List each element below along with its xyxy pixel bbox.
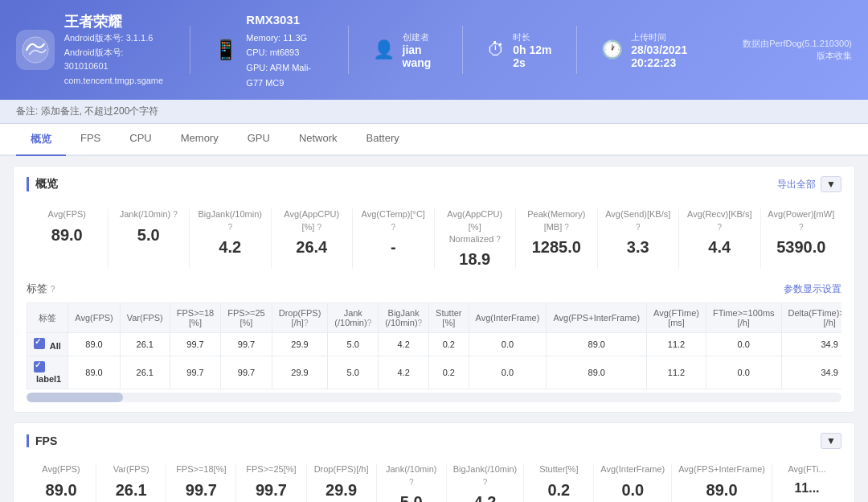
- nav-tabs: 概览 FPS CPU Memory GPU Network Battery: [0, 124, 868, 156]
- stat-avg-recv: Avg(Recv)[KB/s] ? 4.4: [679, 208, 761, 269]
- stat-appcpu: Avg(AppCPU)[%] ? 26.4: [272, 208, 354, 269]
- upload-icon: 🕐: [601, 39, 623, 60]
- fps-drop-fps: Drop(FPS)[/h] 29.9: [307, 463, 377, 502]
- all-drop-fps: 29.9: [272, 333, 328, 356]
- upload-info: 上传时间 28/03/2021 20:22:23: [631, 31, 710, 69]
- divider-3: [462, 26, 463, 74]
- fps-jank: Jank(/10min) ? 5.0: [377, 463, 447, 502]
- checkbox-all[interactable]: [34, 338, 45, 349]
- app-icon: [16, 30, 55, 70]
- l1-bigjank: 4.2: [379, 356, 429, 389]
- fps-var-fps: Var(FPS) 26.1: [96, 463, 166, 502]
- row-all-label: All: [27, 333, 68, 356]
- app-info: 王者荣耀 Android版本号: 3.1.1.6 Android版本号: 301…: [16, 12, 166, 88]
- stat-normalized-cpu: Avg(AppCPU)[%]Normalized ? 18.9: [435, 208, 517, 269]
- all-bigjank: 4.2: [379, 333, 429, 356]
- tab-gpu[interactable]: GPU: [233, 124, 285, 156]
- all-ftime100: 0.0: [706, 333, 781, 356]
- th-fps-18: FPS>=18[%]: [170, 303, 220, 333]
- tag-table: 标签 Avg(FPS) Var(FPS) FPS>=18[%] FPS>=25[…: [27, 302, 841, 389]
- th-avg-fps: Avg(FPS): [68, 303, 120, 333]
- th-stutter: Stutter[%]: [429, 303, 469, 333]
- tab-network[interactable]: Network: [285, 124, 352, 156]
- tag-title: 标签 ?: [27, 282, 55, 296]
- all-ftime: 11.2: [647, 333, 706, 356]
- app-name: 王者荣耀: [64, 12, 166, 31]
- tab-memory[interactable]: Memory: [166, 124, 233, 156]
- th-delta-ftime: Delta(FTime)>100ms[/h]: [781, 303, 841, 333]
- all-interframe: 0.0: [469, 333, 547, 356]
- l1-fps18: 99.7: [170, 356, 220, 389]
- stat-ctemp: Avg(CTemp)[°C] ? -: [353, 208, 435, 269]
- header: 王者荣耀 Android版本号: 3.1.1.6 Android版本号: 301…: [0, 0, 868, 100]
- fps-bigjank: BigJank(/10min) ? 4.2: [447, 463, 524, 502]
- device-info: 📱 RMX3031 Memory: 11.3G CPU: mt6893 GPU:…: [214, 10, 323, 90]
- all-avg-fps: 89.0: [68, 333, 120, 356]
- all-fps-interframe: 89.0: [547, 333, 647, 356]
- tag-table-container: 标签 Avg(FPS) Var(FPS) FPS>=18[%] FPS>=25[…: [27, 302, 841, 402]
- th-ftime-100: FTime>=100ms[/h]: [706, 303, 781, 333]
- duration-info: 时长 0h 12m 2s: [513, 31, 552, 69]
- note-bar: 备注: 添加备注, 不超过200个字符: [0, 100, 868, 124]
- tab-fps[interactable]: FPS: [66, 124, 115, 156]
- fps-stats-row: Avg(FPS) 89.0 Var(FPS) 26.1 FPS>=18[%] 9…: [27, 457, 841, 502]
- l1-fps-interframe: 89.0: [547, 356, 647, 389]
- fps-dropdown[interactable]: ▼: [821, 433, 841, 449]
- l1-ftime: 11.2: [647, 356, 706, 389]
- th-avg-ftime: Avg(FTime)[ms]: [647, 303, 706, 333]
- stat-bigjank: BigJank(/10min) ? 4.2: [190, 208, 272, 269]
- tag-header: 标签 ? 参数显示设置: [27, 282, 841, 296]
- scrollbar-thumb: [27, 393, 123, 402]
- th-bigjank: BigJank(/10min)?: [379, 303, 429, 333]
- param-settings-button[interactable]: 参数显示设置: [784, 282, 841, 296]
- device-model: RMX3031: [246, 10, 323, 31]
- stat-avg-power: Avg(Power)[mW] ? 5390.0: [761, 208, 842, 269]
- stat-avg-send: Avg(Send)[KB/s] ? 3.3: [598, 208, 680, 269]
- l1-avg-fps: 89.0: [68, 356, 120, 389]
- table-row: label1 89.0 26.1 99.7 99.7 29.9 5.0 4.2 …: [27, 356, 842, 389]
- th-label: 标签: [27, 303, 68, 333]
- tab-overview[interactable]: 概览: [16, 124, 66, 156]
- creator-info: 创建者 jian wang: [403, 31, 439, 69]
- fps-section: FPS ▼ Avg(FPS) 89.0 Var(FPS) 26.1 FPS>=1…: [13, 422, 855, 502]
- table-header-row: 标签 Avg(FPS) Var(FPS) FPS>=18[%] FPS>=25[…: [27, 303, 842, 333]
- l1-drop-fps: 29.9: [272, 356, 328, 389]
- duration-block: ⏱ 时长 0h 12m 2s: [487, 31, 552, 69]
- tab-battery[interactable]: Battery: [352, 124, 414, 156]
- fps-title: FPS: [27, 434, 57, 447]
- fps-fps-interframe: Avg(FPS+InterFrame) 89.0: [672, 463, 772, 502]
- divider-4: [576, 26, 577, 74]
- divider-1: [190, 26, 190, 74]
- device-details: RMX3031 Memory: 11.3G CPU: mt6893 GPU: A…: [246, 10, 323, 90]
- overview-section: 概览 导出全部 ▼ Avg(FPS) 89.0 Jank(/10min) ? 5…: [13, 166, 855, 413]
- export-area: 导出全部 ▼: [777, 176, 841, 192]
- l1-ftime100: 0.0: [706, 356, 781, 389]
- l1-delta-ftime: 34.9: [781, 356, 841, 389]
- all-fps18: 99.7: [170, 333, 220, 356]
- tab-cpu[interactable]: CPU: [115, 124, 166, 156]
- checkbox-label1[interactable]: [34, 361, 45, 372]
- export-button[interactable]: 导出全部: [777, 178, 816, 191]
- device-icon: 📱: [214, 39, 238, 61]
- all-fps25: 99.7: [221, 333, 272, 356]
- all-var-fps: 26.1: [120, 333, 170, 356]
- fps-fps18: FPS>=18[%] 99.7: [166, 463, 236, 502]
- th-jank: Jank(/10min)?: [328, 303, 379, 333]
- overview-header: 概览 导出全部 ▼: [27, 176, 841, 192]
- th-fps-25: FPS>=25[%]: [221, 303, 272, 333]
- fps-interframe: Avg(InterFrame) 0.0: [594, 463, 672, 502]
- th-var-fps: Var(FPS): [120, 303, 170, 333]
- th-avg-interframe: Avg(InterFrame): [469, 303, 547, 333]
- l1-fps25: 99.7: [221, 356, 272, 389]
- export-dropdown[interactable]: ▼: [821, 176, 841, 192]
- fps-fps25: FPS>=25[%] 99.7: [236, 463, 306, 502]
- overview-stats-row: Avg(FPS) 89.0 Jank(/10min) ? 5.0 BigJank…: [27, 202, 841, 275]
- main-content: 概览 导出全部 ▼ Avg(FPS) 89.0 Jank(/10min) ? 5…: [0, 156, 868, 502]
- table-row: All 89.0 26.1 99.7 99.7 29.9 5.0 4.2 0.2…: [27, 333, 842, 356]
- divider-2: [348, 26, 349, 74]
- fps-avg-fps: Avg(FPS) 89.0: [27, 463, 96, 502]
- data-source: 数据由PerfDog(5.1.210300)版本收集: [735, 38, 852, 62]
- creator-block: 👤 创建者 jian wang: [373, 31, 439, 69]
- l1-interframe: 0.0: [469, 356, 547, 389]
- table-scrollbar[interactable]: [27, 393, 841, 402]
